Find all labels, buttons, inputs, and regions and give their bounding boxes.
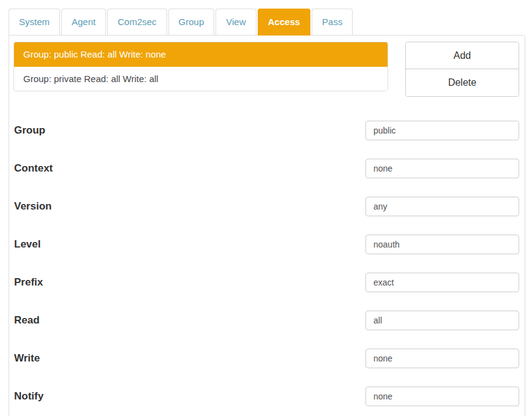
form-row-version: Version [13, 197, 519, 216]
write-label: Write [13, 352, 40, 365]
tab-access[interactable]: Access [258, 9, 311, 36]
form-row-write: Write [13, 349, 519, 368]
list-action-buttons: Add Delete [405, 42, 519, 97]
form-row-notify: Notify [13, 387, 519, 406]
group-label: Group [13, 124, 45, 137]
tab-system[interactable]: System [9, 9, 60, 35]
notify-label: Notify [13, 390, 43, 403]
access-rules-list: Group: public Read: all Write: none Grou… [13, 42, 388, 91]
prefix-label: Prefix [13, 276, 43, 289]
tab-group[interactable]: Group [168, 9, 215, 35]
tab-com2sec[interactable]: Com2sec [107, 9, 167, 35]
write-input[interactable] [365, 349, 519, 368]
prefix-input[interactable] [365, 273, 519, 292]
access-list-row: Group: public Read: all Write: none Grou… [13, 42, 519, 97]
tab-pass[interactable]: Pass [312, 9, 353, 35]
tab-agent[interactable]: Agent [61, 9, 106, 35]
form-row-read: Read [13, 311, 519, 330]
version-label: Version [13, 200, 51, 213]
form-row-context: Context [13, 159, 519, 178]
context-label: Context [13, 162, 53, 175]
level-label: Level [13, 238, 40, 251]
tab-bar: System Agent Com2sec Group View Access P… [9, 9, 353, 36]
version-input[interactable] [365, 197, 519, 216]
form-row-level: Level [13, 235, 519, 254]
level-input[interactable] [365, 235, 519, 254]
delete-button[interactable]: Delete [406, 69, 519, 96]
notify-input[interactable] [365, 387, 519, 406]
list-item[interactable]: Group: public Read: all Write: none [14, 42, 388, 67]
list-item[interactable]: Group: private Read: all Write: all [14, 67, 388, 91]
access-tab-panel: Group: public Read: all Write: none Grou… [9, 35, 525, 416]
form-row-group: Group [13, 121, 519, 140]
group-input[interactable] [365, 121, 519, 140]
form-row-prefix: Prefix [13, 273, 519, 292]
add-button[interactable]: Add [406, 42, 519, 69]
tab-view[interactable]: View [215, 9, 256, 35]
read-input[interactable] [365, 311, 519, 330]
read-label: Read [13, 314, 40, 327]
context-input[interactable] [365, 159, 519, 178]
access-form: Group Context Version Level Prefix Read … [13, 121, 519, 406]
